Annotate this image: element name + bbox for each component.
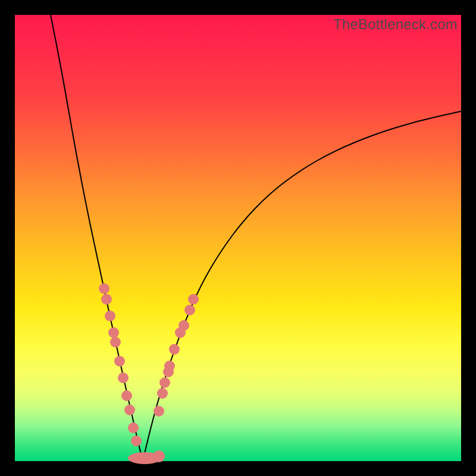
data-dot xyxy=(124,405,135,415)
data-dot xyxy=(118,372,129,383)
data-dot xyxy=(108,327,119,338)
data-dot xyxy=(188,294,199,305)
data-dot xyxy=(128,422,139,433)
chart-svg xyxy=(15,15,461,461)
data-dot xyxy=(163,367,174,377)
dots-right xyxy=(154,294,199,416)
vertex-blob-end xyxy=(153,450,165,462)
data-dot xyxy=(121,390,132,401)
data-dot xyxy=(99,283,109,294)
data-dot xyxy=(131,436,142,446)
data-dot xyxy=(105,311,115,321)
data-dot xyxy=(184,305,195,315)
chart-frame: TheBottleneck.com xyxy=(15,15,461,461)
dots-left xyxy=(99,283,142,446)
data-dot xyxy=(159,377,170,388)
data-dot xyxy=(114,356,125,367)
data-dot xyxy=(101,294,112,305)
right-curve xyxy=(143,111,461,461)
data-dot xyxy=(110,337,121,347)
data-dot xyxy=(178,320,189,331)
data-dot xyxy=(154,406,164,416)
data-dot xyxy=(157,388,168,399)
data-dot xyxy=(169,344,180,355)
